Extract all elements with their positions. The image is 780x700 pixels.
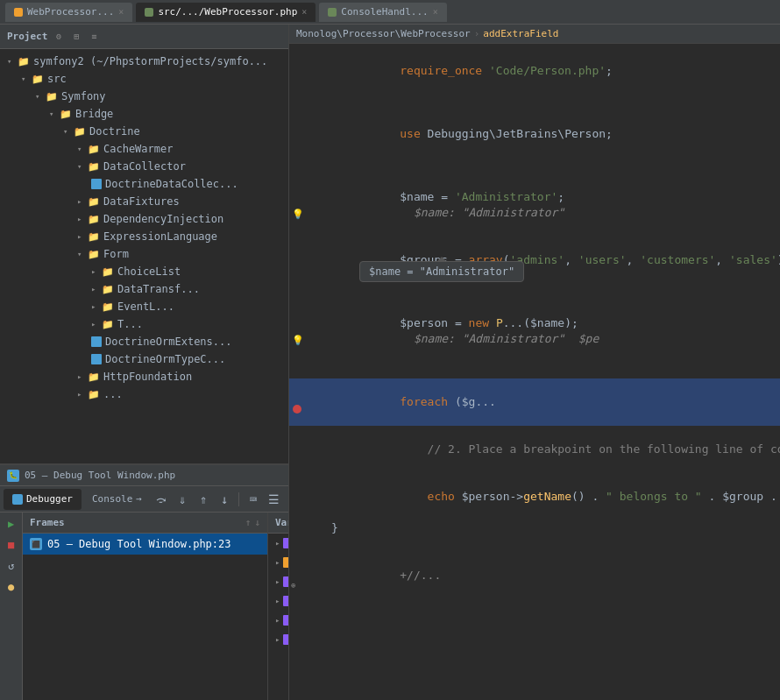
tree-item-bridge[interactable]: ▾ 📁 Bridge xyxy=(0,105,288,123)
folder-icon: 📁 xyxy=(32,74,44,85)
warning-icon: 💡 xyxy=(292,333,304,349)
tree-item-form[interactable]: ▾ 📁 Form xyxy=(0,245,288,263)
code-content: echo $person->getName() . " belongs to "… xyxy=(324,473,780,520)
code-line xyxy=(289,536,780,552)
variables-header: Variables xyxy=(268,513,288,534)
tab-debugger[interactable]: Debugger xyxy=(4,489,82,510)
code-content: // 2. Place a breakpoint on the followin… xyxy=(324,426,780,473)
tab-close-icon[interactable]: × xyxy=(433,7,438,17)
code-content: $person = new P...($name); $name: "Admin… xyxy=(324,300,780,363)
tree-item-datatransf[interactable]: ▸ 📁 DataTransf... xyxy=(0,280,288,298)
code-content xyxy=(324,158,780,173)
tree-arrow-icon: ▸ xyxy=(77,197,88,206)
var-type-icon xyxy=(283,576,288,587)
run-to-cursor-button[interactable]: ↓ xyxy=(216,491,233,508)
var-type-icon xyxy=(283,615,288,626)
code-line xyxy=(289,363,780,378)
tree-item-root[interactable]: ▾ 📁 symfony2 (~/PhpstormProjects/symfo..… xyxy=(0,53,288,70)
var-arrow-icon: ▸ xyxy=(275,539,280,548)
tree-item-httpfound[interactable]: ▸ 📁 HttpFoundation xyxy=(0,368,288,385)
mute-bp-button[interactable]: ● xyxy=(4,579,19,595)
project-title: Project xyxy=(7,31,47,42)
var-item-server[interactable]: ▸ $_SERVER = {array} [24] xyxy=(268,611,288,630)
tab-consolehandler[interactable]: ConsoleHandl... × xyxy=(319,3,446,22)
code-content: require_once 'Code/Person.php'; xyxy=(324,47,780,95)
evaluate-button[interactable]: ⌨ xyxy=(245,491,262,508)
tree-item-doctrinedc[interactable]: DoctrineDataCollec... xyxy=(0,175,288,193)
code-line-highlighted: foreach ($g... xyxy=(289,378,780,426)
var-item-env[interactable]: ▸ $_ENV = {array} [15] xyxy=(268,591,288,611)
code-line: use Debugging\JetBrains\Person; xyxy=(289,110,780,158)
tree-item-choicelist[interactable]: ▸ 📁 ChoiceList xyxy=(0,263,288,280)
tree-arrow-icon: ▸ xyxy=(77,390,88,399)
var-item-person[interactable]: ▸ $person = {Debugging\JetBrains\Person}… xyxy=(268,572,288,591)
debug-content: ▶ ■ ↺ ● Frames ↑ ↓ ⬛ xyxy=(0,513,288,700)
var-item-global[interactable]: ▸ $GLOBA... = {array} [14] xyxy=(268,630,288,649)
tab-close-icon[interactable]: × xyxy=(118,7,124,17)
tree-item-datacollector[interactable]: ▾ 📁 DataCollector xyxy=(0,158,288,175)
folder-icon: 📁 xyxy=(88,196,100,208)
folder-icon: 📁 xyxy=(88,214,100,225)
breadcrumb-method[interactable]: addExtraField xyxy=(483,28,558,39)
tree-item-eventl[interactable]: ▸ 📁 EventL... xyxy=(0,298,288,315)
settings-icon[interactable]: ≡ xyxy=(88,31,100,43)
tree-item-symfony[interactable]: ▾ 📁 Symfony xyxy=(0,88,288,105)
tree-arrow-icon: ▸ xyxy=(77,215,88,223)
code-line xyxy=(289,284,780,300)
debugger-icon xyxy=(12,494,23,505)
php-file-icon xyxy=(91,354,102,364)
file-tree: ▾ 📁 symfony2 (~/PhpstormProjects/symfo..… xyxy=(0,49,288,463)
breadcrumb-namespace[interactable]: Monolog\Processor\WebProcessor xyxy=(296,28,471,39)
tree-item-doctrineormext[interactable]: DoctrineOrmExtens... xyxy=(0,333,288,350)
var-item-name[interactable]: ▸ $name = "Administrator" xyxy=(268,553,288,572)
tree-item-src[interactable]: ▾ 📁 src xyxy=(0,70,288,88)
tree-item-explang[interactable]: ▸ 📁 ExpressionLanguage xyxy=(0,228,288,245)
main-layout: Project ⚙ ⊞ ≡ ▾ 📁 symfony2 (~/PhpstormPr… xyxy=(0,25,780,700)
step-out-button[interactable]: ⇑ xyxy=(195,491,212,508)
tree-item-more[interactable]: ▸ 📁 ... xyxy=(0,385,288,403)
resume-button[interactable]: ▶ xyxy=(4,516,19,532)
var-type-icon xyxy=(283,557,288,568)
code-line: // 2. Place a breakpoint on the followin… xyxy=(289,426,780,473)
frame-item[interactable]: ⬛ 05 – Debug Tool Window.php:23 xyxy=(23,534,267,555)
layout-icon[interactable]: ⊞ xyxy=(70,31,82,43)
tree-item-doctrine[interactable]: ▾ 📁 Doctrine xyxy=(0,123,288,140)
code-line: echo $person->getName() . " belongs to "… xyxy=(289,473,780,520)
up-arrow-icon[interactable]: ↑ xyxy=(245,517,252,528)
folder-icon: 📁 xyxy=(88,231,100,243)
tree-item-depinject[interactable]: ▸ 📁 DependencyInjection xyxy=(0,210,288,228)
gear-icon[interactable]: ⚙ xyxy=(53,31,65,43)
tab-webprocessor-php[interactable]: src/.../WebProcessor.php × xyxy=(136,3,316,22)
php-file-icon xyxy=(91,336,102,347)
step-into-button[interactable]: ⇓ xyxy=(174,491,191,508)
restart-button[interactable]: ↺ xyxy=(4,558,19,574)
tree-arrow-icon: ▸ xyxy=(77,232,88,241)
tree-item-cachewarmer[interactable]: ▾ 📁 CacheWarmer xyxy=(0,140,288,158)
code-line: 💡 $name = 'Administrator'; $name: "Admin… xyxy=(289,173,780,237)
tab-webprocessor[interactable]: WebProcessor... × xyxy=(5,3,132,22)
tree-item-t[interactable]: ▸ 📁 T... xyxy=(0,315,288,333)
step-over-button[interactable]: ⤼ xyxy=(152,491,170,508)
code-content: $name = 'Administrator'; $name: "Adminis… xyxy=(324,173,780,237)
folder-icon: 📁 xyxy=(88,161,100,173)
code-line xyxy=(289,158,780,173)
php-icon xyxy=(14,8,23,17)
tab-console[interactable]: Console → xyxy=(83,489,151,510)
tree-item-datafixtures[interactable]: ▸ 📁 DataFixtures xyxy=(0,193,288,210)
down-arrow-icon[interactable]: ↓ xyxy=(254,517,260,528)
breadcrumb-separator: › xyxy=(474,28,480,39)
code-line: } xyxy=(289,520,780,536)
tab-close-icon[interactable]: × xyxy=(301,7,307,17)
tree-arrow-icon: ▾ xyxy=(49,110,60,118)
folder-icon: 📁 xyxy=(88,389,100,400)
code-line: 💡 $person = new P...($name); $name: "Adm… xyxy=(289,300,780,363)
code-content xyxy=(324,536,780,552)
tree-item-doctrineormtype[interactable]: DoctrineOrmTypeC... xyxy=(0,350,288,368)
warning-icon: 💡 xyxy=(292,207,304,223)
var-item-groups[interactable]: ▸ $groups = {array} [4] xyxy=(268,534,288,553)
frames-button[interactable]: ☰ xyxy=(266,491,283,508)
breakpoint-icon xyxy=(293,405,301,414)
frames-panel: Frames ↑ ↓ ⬛ 05 – Debug Tool Window.php:… xyxy=(23,513,268,700)
code-line-folded: ⊕ +//... xyxy=(289,552,780,599)
stop-button[interactable]: ■ xyxy=(4,537,19,553)
